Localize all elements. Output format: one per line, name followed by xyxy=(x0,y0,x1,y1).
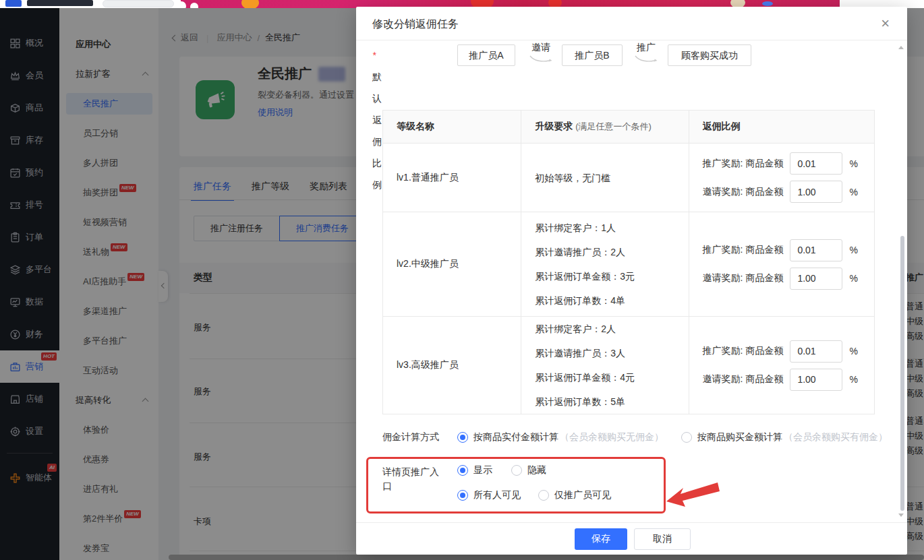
radio-visible-to-all[interactable]: 所有人可见 xyxy=(457,489,521,501)
radio-selected-icon[interactable] xyxy=(457,432,468,443)
curved-arrow-icon xyxy=(635,55,658,63)
default-ratio-label: 默认返佣比例 xyxy=(372,71,382,190)
col-level-name: 等级名称 xyxy=(383,111,521,144)
modal-header: 修改分销返佣任务 × xyxy=(356,7,907,40)
flow-arrow-promote: 推广 xyxy=(633,42,660,63)
brand-logo-icon xyxy=(5,0,22,7)
radio-unselected-icon[interactable] xyxy=(538,490,549,501)
close-icon[interactable]: × xyxy=(881,15,890,32)
radio-paid-amount[interactable]: 按商品实付金额计算（会员余额购买无佣金） xyxy=(457,431,664,443)
detail-entry-label: 详情页推广入口 xyxy=(382,465,439,493)
level-table: 等级名称 升级要求(满足任意一个条件) 返佣比例 lv1.普通推广员 初始等级，… xyxy=(382,110,875,414)
edit-commission-modal: 修改分销返佣任务 × *默认返佣比例 推广员A 邀请 推广员B 推广 顾客购买成… xyxy=(356,7,907,555)
flow-step-promoter-b: 推广员B xyxy=(562,44,623,66)
radio-selected-icon[interactable] xyxy=(457,465,468,476)
cancel-button[interactable]: 取消 xyxy=(634,528,691,550)
col-upgrade-req: 升级要求(满足任意一个条件) xyxy=(521,111,689,144)
modal-footer: 保存 取消 xyxy=(356,522,907,555)
invite-ratio-input[interactable] xyxy=(790,181,842,203)
commission-method-row: 佣金计算方式 按商品实付金额计算（会员余额购买无佣金） 按商品购买金额计算（会员… xyxy=(382,431,888,443)
global-search-input[interactable] xyxy=(103,0,174,7)
promo-ratio-input[interactable] xyxy=(790,239,842,261)
brand-name-redacted xyxy=(27,0,93,6)
radio-hide[interactable]: 隐藏 xyxy=(511,464,546,476)
modal-title: 修改分销返佣任务 xyxy=(372,18,459,32)
app-root: 概况 会员 商品 库存 预约 排号 订单 多平台 数据 财务 xyxy=(0,0,924,560)
level-ratio: 推广奖励: 商品金额% 邀请奖励: 商品金额% xyxy=(689,317,874,414)
level-row-lv2: lv2.中级推广员 累计绑定客户：1人累计邀请推广员：2人 累计返佣订单金额：3… xyxy=(383,212,875,317)
level-row-lv3: lv3.高级推广员 累计绑定客户：2人累计邀请推广员：3人 累计返佣订单金额：4… xyxy=(383,317,875,414)
promo-ratio-input[interactable] xyxy=(790,152,842,175)
modal-scrollbar-thumb[interactable] xyxy=(900,236,904,511)
radio-promoter-only[interactable]: 仅推广员可见 xyxy=(538,489,611,501)
level-row-lv1: lv1.普通推广员 初始等级，无门槛 推广奖励: 商品金额% 邀请奖励: 商品金… xyxy=(383,144,875,212)
level-name: lv1.普通推广员 xyxy=(383,144,521,212)
level-name: lv3.高级推广员 xyxy=(383,317,521,414)
modal-body: *默认返佣比例 推广员A 邀请 推广员B 推广 顾客购买成功 等级名称 升级要求… xyxy=(356,40,907,522)
required-mark: * xyxy=(372,50,376,61)
level-requirements: 初始等级，无门槛 xyxy=(521,144,689,212)
annotation-arrow-icon xyxy=(665,480,720,512)
commission-method-label: 佣金计算方式 xyxy=(382,431,457,443)
radio-show[interactable]: 显示 xyxy=(457,464,492,476)
scroll-up-arrow[interactable] xyxy=(898,46,904,49)
level-ratio: 推广奖励: 商品金额% 邀请奖励: 商品金额% xyxy=(689,144,874,212)
promo-ratio-input[interactable] xyxy=(790,340,842,363)
level-requirements: 累计绑定客户：1人累计邀请推广员：2人 累计返佣订单金额：3元累计返佣订单数：4… xyxy=(521,212,689,317)
level-name: lv2.中级推广员 xyxy=(383,212,521,317)
invite-ratio-input[interactable] xyxy=(790,268,842,290)
radio-selected-icon[interactable] xyxy=(457,490,468,501)
radio-purchase-amount[interactable]: 按商品购买金额计算（会员余额购买有佣金） xyxy=(681,431,888,443)
col-ratio: 返佣比例 xyxy=(689,111,874,144)
detail-entry-annotation-box: 详情页推广入口 显示 隐藏 所有人可见 仅推广员可见 xyxy=(366,457,666,514)
radio-unselected-icon[interactable] xyxy=(681,432,692,443)
flow-step-promoter-a: 推广员A xyxy=(457,44,515,66)
invite-ratio-input[interactable] xyxy=(790,369,842,391)
radio-unselected-icon[interactable] xyxy=(511,465,522,476)
flow-arrow-invite: 邀请 xyxy=(527,42,554,63)
curved-arrow-icon xyxy=(529,55,552,63)
save-button[interactable]: 保存 xyxy=(575,528,627,550)
level-requirements: 累计绑定客户：2人累计邀请推广员：3人 累计返佣订单金额：4元累计返佣订单数：5… xyxy=(521,317,689,414)
scroll-down-arrow[interactable] xyxy=(898,514,904,517)
flow-step-purchase-success: 顾客购买成功 xyxy=(668,44,751,66)
level-ratio: 推广奖励: 商品金额% 邀请奖励: 商品金额% xyxy=(689,212,874,317)
